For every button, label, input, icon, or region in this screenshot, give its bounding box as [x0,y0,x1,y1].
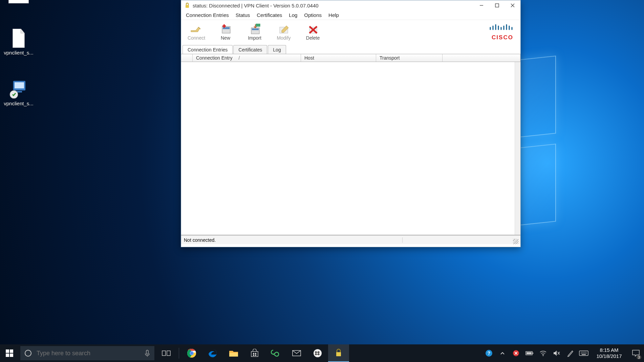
desktop-icon-vpnclient-file[interactable]: vpnclient_s... [2,29,36,56]
svg-rect-30 [146,350,148,354]
column-headers: Connection Entry / Host Transport [181,54,520,62]
windows-icon [6,349,13,357]
taskbar-app-infinity[interactable] [265,344,286,362]
menubar: Connection Entries Status Certificates L… [181,10,520,20]
svg-rect-43 [336,352,341,356]
tray-battery[interactable] [523,344,536,362]
svg-rect-26 [10,349,13,353]
mic-icon[interactable] [144,349,150,357]
start-button[interactable] [0,344,19,362]
desktop-icon-vpnclient-setup[interactable]: vpnclient_s... [2,80,36,106]
tab-connection-entries[interactable]: Connection Entries [183,45,233,54]
search-input[interactable] [37,350,139,357]
pdf-icon [8,0,29,3]
svg-rect-37 [253,353,254,354]
taskbar-app-slack[interactable] [307,344,328,362]
file-icon [9,29,28,48]
menu-log[interactable]: Log [285,11,301,19]
col-transport[interactable]: Transport [376,54,443,62]
cortana-icon [24,349,32,357]
menu-options[interactable]: Options [301,11,325,19]
delete-button[interactable]: Delete [298,20,327,44]
desktop-icon-label: vpnclient_s... [2,101,36,106]
import-button[interactable]: Import [240,20,269,44]
battery-icon [525,350,534,356]
svg-rect-49 [527,352,532,354]
tray-keyboard[interactable] [577,344,591,362]
app-lock-icon [184,2,191,9]
task-view-button[interactable] [156,344,177,362]
resize-grip[interactable] [513,239,518,244]
window-title: status: Disconnected | VPN Client - Vers… [193,3,474,8]
chevron-up-icon [500,351,505,356]
menu-certificates[interactable]: Certificates [253,11,285,19]
close-button[interactable] [505,0,520,10]
new-button[interactable]: New [211,20,240,44]
svg-point-29 [25,350,31,356]
lock-icon [335,348,342,357]
connect-button[interactable]: Connect [182,20,211,44]
tray-show-hidden[interactable] [496,344,509,362]
task-view-icon [162,349,171,357]
svg-rect-38 [255,353,256,354]
system-tray: ? 8:15 AM [482,344,644,362]
svg-rect-4 [186,5,189,8]
volume-mute-icon [553,350,560,357]
connection-list[interactable] [181,62,520,235]
tray-wifi[interactable] [536,344,550,362]
tabs: Connection Entries Certificates Log [181,44,520,54]
tray-help[interactable]: ? [482,344,496,362]
col-selector[interactable] [181,54,193,62]
clock-time: 8:15 AM [591,347,628,353]
search-box[interactable] [20,346,154,360]
menu-help[interactable]: Help [325,11,342,19]
menu-connection-entries[interactable]: Connection Entries [183,11,232,19]
taskbar-file-explorer[interactable] [223,344,244,362]
svg-rect-32 [167,351,170,356]
toolbar-label: Import [248,35,261,41]
svg-point-50 [543,355,544,356]
taskbar-edge[interactable] [202,344,223,362]
connect-icon [189,23,204,35]
taskbar-mail[interactable] [286,344,307,362]
taskbar-separator [179,348,179,359]
taskbar-clock[interactable]: 8:15 AM 10/18/2017 [591,345,628,361]
maximize-button[interactable] [489,0,505,10]
svg-point-36 [190,352,193,355]
wifi-icon [539,350,547,356]
status-text: Not connected. [183,237,403,243]
hash-icon [313,349,322,358]
svg-rect-12 [252,28,259,30]
col-host[interactable]: Host [301,54,376,62]
toolbar-label: New [221,35,230,41]
tab-certificates[interactable]: Certificates [233,45,267,54]
tray-pen[interactable] [563,344,577,362]
tab-log[interactable]: Log [268,45,286,54]
taskbar-vpn-client[interactable] [328,344,349,362]
svg-rect-39 [253,355,254,356]
chrome-icon [187,348,197,358]
desktop-icon-label: vpnclient_s... [2,50,36,56]
menu-status[interactable]: Status [232,11,254,19]
minimize-button[interactable] [474,0,489,10]
notification-badge: 3 [637,355,641,359]
taskbar-store[interactable] [244,344,265,362]
col-connection-entry[interactable]: Connection Entry / [193,54,301,62]
vpn-client-window: status: Disconnected | VPN Client - Vers… [181,0,521,247]
tray-volume[interactable] [550,344,563,362]
tray-security[interactable] [509,344,523,362]
desktop-icon-pdf[interactable] [2,0,36,5]
desktop[interactable]: vpnclient_s... vpnclient_s... status: Di… [0,0,644,362]
pen-icon [567,349,574,357]
scrollbar[interactable] [515,62,520,235]
col-blank[interactable] [443,54,520,62]
installer-icon [9,80,28,99]
svg-rect-40 [255,355,256,356]
modify-button[interactable]: Modify [269,20,298,44]
titlebar[interactable]: status: Disconnected | VPN Client - Vers… [181,0,520,10]
taskbar: ? 8:15 AM [0,344,644,362]
taskbar-chrome[interactable] [181,344,202,362]
svg-rect-25 [6,349,9,353]
import-icon [247,23,262,35]
action-center[interactable]: 3 [628,344,644,362]
